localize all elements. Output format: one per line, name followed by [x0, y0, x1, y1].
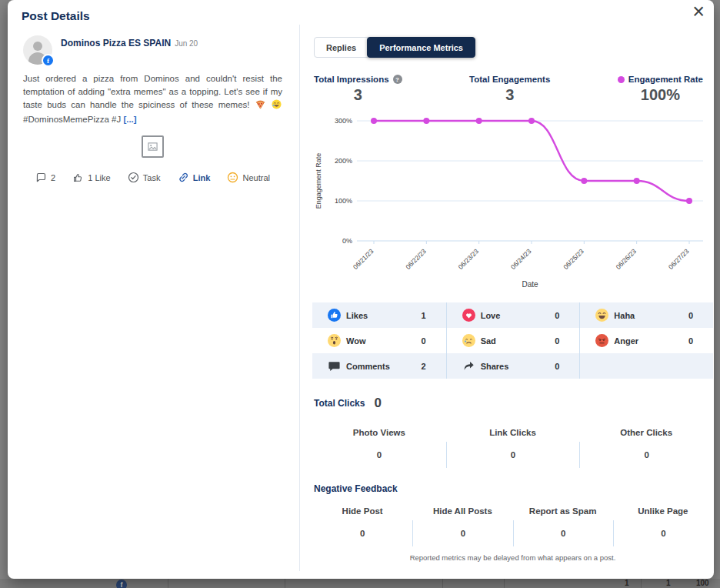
clicks-labels: Photo Views Link Clicks Other Clicks	[312, 428, 713, 437]
reaction-value: 0	[688, 311, 693, 320]
tab-performance-metrics[interactable]: Performance Metrics	[367, 37, 475, 58]
total-impressions-value: 3	[314, 86, 402, 104]
haha-cell: Haha 0	[579, 302, 713, 328]
reaction-value: 0	[422, 336, 426, 346]
total-engagements: Total Engagements 3	[469, 75, 550, 104]
tab-replies[interactable]: Replies	[314, 37, 368, 58]
svg-text:0%: 0%	[342, 237, 352, 245]
engagement-rate-label: Engagement Rate	[628, 75, 703, 84]
total-clicks-value: 0	[374, 396, 381, 411]
reaction-value: 0	[555, 362, 559, 371]
svg-text:06/27/23: 06/27/23	[667, 247, 691, 271]
modal-title: Post Details	[22, 9, 90, 22]
facebook-icon: f	[116, 580, 127, 588]
post-text-body: Just ordered a pizza from Dominos and co…	[23, 74, 282, 109]
task-action[interactable]: Task	[128, 172, 161, 183]
report-as-spam-value: 0	[513, 520, 613, 546]
total-engagements-label: Total Engagements	[469, 75, 550, 84]
post-text: Just ordered a pizza from Dominos and co…	[23, 72, 282, 126]
pizza-emoji-icon	[255, 99, 265, 113]
help-icon[interactable]: ?	[393, 75, 402, 84]
comments-icon	[328, 359, 341, 373]
reaction-value: 0	[555, 311, 559, 320]
post-actions: 2 1 Like Task Link	[35, 172, 270, 183]
haha-reaction-icon	[595, 309, 608, 322]
close-icon[interactable]: ×	[692, 2, 705, 22]
task-label: Task	[143, 173, 161, 182]
hide-all-posts-value: 0	[412, 520, 512, 546]
comments-action[interactable]: 2	[35, 172, 55, 183]
anger-reaction-icon	[595, 334, 608, 347]
reaction-label: Comments	[346, 362, 390, 371]
link-action[interactable]: Link	[178, 172, 211, 183]
like-action[interactable]: 1 Like	[72, 172, 110, 183]
love-reaction-icon	[462, 309, 475, 322]
modal-header: Post Details ×	[8, 0, 714, 25]
reaction-value: 0	[688, 336, 693, 346]
svg-text:06/26/23: 06/26/23	[615, 247, 638, 271]
shares-cell: Shares 0	[446, 353, 580, 379]
engagement-rate: Engagement Rate 100%	[618, 75, 703, 104]
hide-all-posts-label: Hide All Posts	[412, 506, 512, 516]
hide-post-value: 0	[312, 520, 412, 546]
metrics-panel: Replies Performance Metrics Total Impres…	[300, 25, 714, 571]
screen: f 1 1 100 Post Details × f	[0, 0, 720, 588]
post-header: f Dominos Pizza ES SPAINJun 20	[23, 35, 282, 65]
sad-cell: Sad 0	[446, 328, 580, 353]
like-label: 1 Like	[88, 173, 110, 182]
svg-text:06/24/23: 06/24/23	[509, 247, 533, 271]
table-row: Wow 0 Sad 0 Anger 0	[312, 328, 713, 353]
svg-text:06/22/23: 06/22/23	[404, 247, 428, 271]
author-block: Dominos Pizza ES SPAINJun 20	[61, 35, 198, 65]
comment-icon	[35, 172, 47, 183]
post-panel: f Dominos Pizza ES SPAINJun 20 Just orde…	[8, 25, 300, 571]
table-row: Comments 2 Shares 0	[312, 353, 713, 379]
svg-text:Date: Date	[522, 280, 538, 289]
laughing-emoji-icon	[272, 99, 282, 113]
comments-cell: Comments 2	[312, 353, 446, 379]
unlike-page-label: Unlike Page	[613, 506, 713, 516]
total-impressions-label: Total Impressions	[314, 75, 389, 84]
link-label: Link	[193, 173, 211, 182]
reaction-value: 0	[555, 336, 559, 346]
svg-text:100%: 100%	[335, 197, 352, 205]
sad-reaction-icon	[462, 334, 475, 347]
sentiment-action[interactable]: Neutral	[227, 172, 269, 183]
svg-text:200%: 200%	[335, 157, 352, 165]
background-divider	[442, 579, 443, 588]
other-clicks-label: Other Clicks	[579, 428, 713, 437]
background-divider	[168, 579, 168, 588]
wow-cell: Wow 0	[312, 328, 446, 353]
wow-reaction-icon	[328, 334, 341, 347]
unlike-page-value: 0	[613, 520, 713, 546]
reactions-table: Likes 1 Love 0 Haha 0	[312, 302, 713, 379]
shares-icon	[462, 359, 475, 373]
svg-text:06/25/23: 06/25/23	[562, 247, 585, 271]
reaction-value: 2	[422, 362, 426, 371]
tab-bar: Replies Performance Metrics	[314, 37, 714, 58]
link-icon	[178, 172, 189, 183]
truncation-link[interactable]: [...]	[123, 115, 136, 124]
svg-text:06/23/23: 06/23/23	[457, 247, 481, 271]
link-clicks-value: 0	[446, 442, 580, 468]
reaction-label: Likes	[346, 311, 368, 320]
reaction-label: Sad	[481, 336, 496, 346]
likes-cell: Likes 1	[312, 302, 446, 328]
reaction-label: Haha	[614, 311, 635, 320]
reaction-label: Anger	[614, 336, 638, 346]
total-clicks-title: Total Clicks	[314, 398, 365, 409]
svg-text:Engagement Rate: Engagement Rate	[315, 153, 322, 209]
reaction-label: Shares	[481, 362, 509, 371]
clicks-values: 0 0 0	[312, 442, 713, 468]
modal-body: f Dominos Pizza ES SPAINJun 20 Just orde…	[8, 25, 714, 571]
avatar: f	[23, 35, 52, 65]
image-attachment-placeholder[interactable]	[142, 135, 164, 158]
comments-count: 2	[51, 173, 55, 182]
background-value: 1	[666, 579, 671, 588]
author-name[interactable]: Dominos Pizza ES SPAIN	[61, 38, 171, 48]
photo-views-value: 0	[312, 442, 446, 468]
report-as-spam-label: Report as Spam	[513, 506, 613, 516]
negative-feedback-values: 0 0 0 0	[312, 520, 713, 546]
background-divider	[641, 579, 642, 588]
love-cell: Love 0	[446, 302, 580, 328]
